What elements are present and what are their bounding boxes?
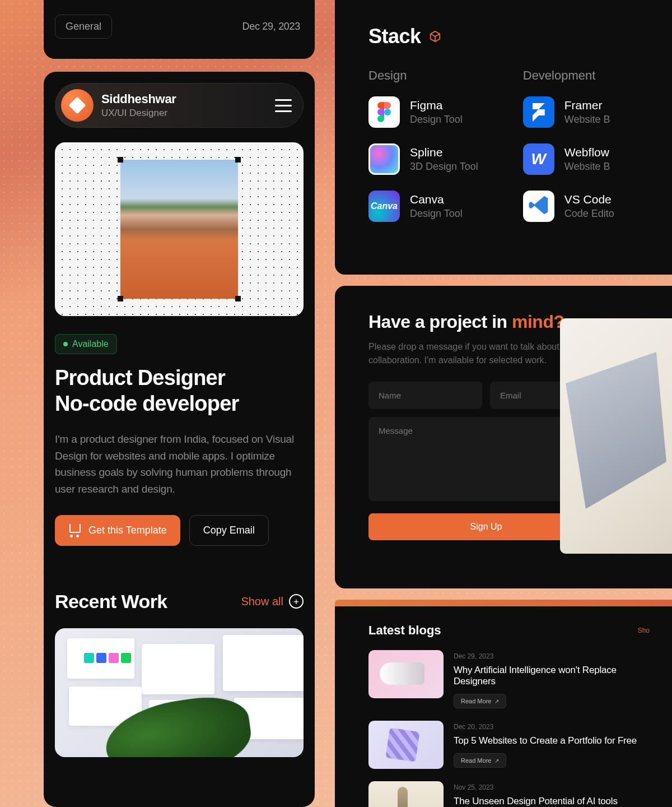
stack-heading: Stack — [368, 25, 421, 48]
availability-badge: Available — [55, 334, 117, 354]
blog-title: Why Artificial Intelligence won't Replac… — [454, 665, 650, 687]
stack-column-development: Development Framer Website B W Webflow W… — [523, 68, 614, 238]
webflow-icon: W — [523, 143, 554, 175]
tool-row-figma[interactable]: Figma Design Tool — [368, 96, 478, 128]
show-all-link[interactable]: Show all + — [241, 594, 304, 609]
blogs-panel: Latest blogs Sho Dec 29, 2023 Why Artifi… — [335, 606, 672, 807]
framer-icon — [523, 96, 554, 128]
blog-thumbnail — [368, 650, 444, 698]
blog-thumbnail — [368, 721, 444, 769]
blog-item[interactable]: Dec 20, 2023 Top 5 Websites to Create a … — [368, 721, 650, 769]
profile-name: Siddheshwar — [101, 92, 176, 106]
recent-work-heading: Recent Work — [55, 591, 167, 613]
hero-title: Product Designer No-code developer — [55, 365, 304, 416]
mobile-portfolio-card: Siddheshwar UX/UI Designer Available Pro… — [44, 72, 315, 807]
profile-bar: Siddheshwar UX/UI Designer — [55, 83, 304, 128]
blogs-heading: Latest blogs — [368, 623, 441, 638]
blog-date: Nov 25, 2023 — [454, 783, 618, 791]
blog-date: Dec 29, 2023 — [454, 652, 650, 660]
hero-description: I'm a product designer from India, focus… — [55, 431, 304, 497]
copy-email-button[interactable]: Copy Email — [189, 515, 269, 546]
cart-icon — [68, 524, 82, 536]
tool-row-spline[interactable]: Spline 3D Design Tool — [368, 143, 478, 175]
tool-row-canva[interactable]: Canva Canva Design Tool — [368, 191, 478, 222]
blog-title: The Unseen Design Potential of AI tools — [454, 796, 618, 807]
package-icon — [429, 30, 441, 43]
profile-photo-frame — [55, 142, 304, 316]
stack-column-label: Design — [368, 68, 478, 83]
avatar-logo[interactable] — [61, 89, 94, 122]
profile-role: UX/UI Designer — [101, 108, 176, 119]
blogs-show-all-link[interactable]: Sho — [638, 627, 650, 634]
plus-circle-icon: + — [289, 594, 304, 609]
stack-column-label: Development — [523, 68, 614, 83]
stack-column-design: Design Figma Design Tool Spline — [368, 68, 478, 238]
top-strip-date: Dec 29, 2023 — [242, 21, 300, 33]
blogs-accent-strip — [335, 600, 672, 606]
recent-work-thumbnail[interactable] — [55, 628, 304, 757]
stack-panel: Stack Design Figma Design Tool — [335, 0, 672, 275]
get-template-button[interactable]: Get this Template — [55, 515, 180, 546]
canva-icon: Canva — [368, 191, 400, 222]
selection-handle-icon[interactable] — [235, 157, 241, 163]
vscode-icon — [523, 191, 554, 222]
blog-item[interactable]: Dec 29, 2023 Why Artificial Intelligence… — [368, 650, 650, 708]
figma-icon — [368, 96, 400, 128]
read-more-button[interactable]: Read More — [454, 753, 506, 768]
blog-title: Top 5 Websites to Create a Portfolio for… — [454, 735, 637, 746]
profile-photo — [120, 160, 238, 299]
selection-handle-icon[interactable] — [118, 157, 123, 163]
contact-panel: Have a project in mind? Please drop a me… — [335, 286, 672, 588]
tool-row-vscode[interactable]: VS Code Code Edito — [523, 191, 614, 222]
tool-row-webflow[interactable]: W Webflow Website B — [523, 143, 614, 175]
read-more-button[interactable]: Read More — [454, 694, 506, 708]
selection-handle-icon[interactable] — [118, 296, 123, 302]
blog-date: Dec 20, 2023 — [454, 723, 637, 731]
selection-handle-icon[interactable] — [235, 296, 241, 302]
spline-icon — [368, 143, 400, 175]
left-card-top-strip: General Dec 29, 2023 — [44, 0, 315, 59]
name-field[interactable] — [368, 382, 482, 409]
hamburger-menu-icon[interactable] — [275, 99, 295, 112]
blog-item[interactable]: Nov 25, 2023 The Unseen Design Potential… — [368, 781, 650, 807]
blog-thumbnail — [368, 781, 444, 807]
contact-side-image — [560, 318, 672, 554]
tag-general[interactable]: General — [55, 15, 112, 39]
tool-row-framer[interactable]: Framer Website B — [523, 96, 614, 128]
